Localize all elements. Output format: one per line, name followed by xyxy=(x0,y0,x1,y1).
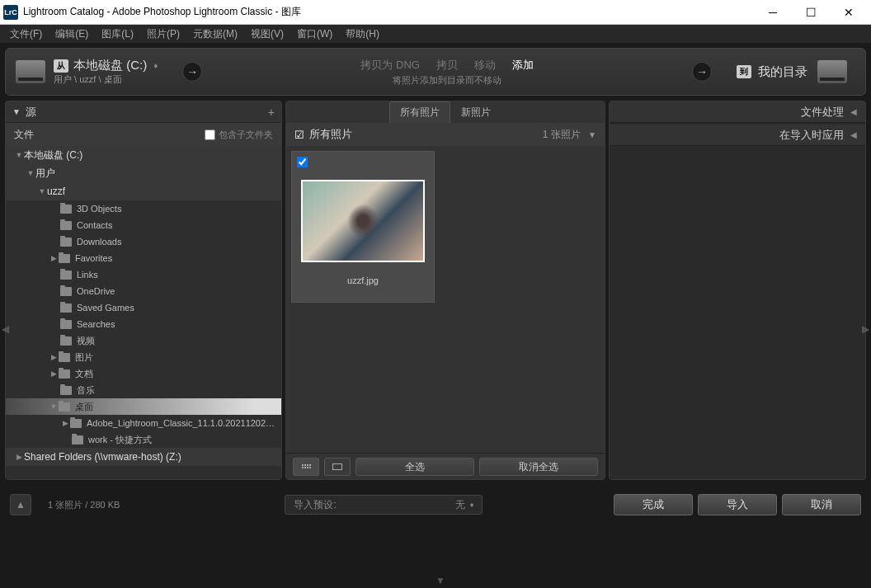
menubar: 文件(F) 编辑(E) 图库(L) 照片(P) 元数据(M) 视图(V) 窗口(… xyxy=(0,25,871,43)
chevron-down-icon: ♦ xyxy=(470,501,474,509)
thumbnail-checkbox[interactable] xyxy=(297,157,308,167)
tree-item[interactable]: Saved Games xyxy=(6,299,281,316)
tree-shared[interactable]: ▶ Shared Folders (\\vmware-host) (Z:) xyxy=(6,448,281,466)
deselect-all-button[interactable]: 取消全选 xyxy=(479,458,598,476)
from-badge: 从 xyxy=(54,59,68,73)
thumbnails-area: uzzf.jpg xyxy=(286,146,605,453)
dest-disk-icon xyxy=(817,60,847,83)
loupe-icon xyxy=(332,463,342,470)
tree-item[interactable]: 音乐 xyxy=(6,382,281,398)
tab-all-photos[interactable]: 所有照片 xyxy=(389,101,450,124)
chevron-right-icon: ▶ xyxy=(49,254,59,262)
source-panel: ▼ 源 + 文件 包含子文件夹 ▼ 本地磁盘 (C:) ▼ 用户 xyxy=(5,101,282,480)
tree-disk[interactable]: ▼ 本地磁盘 (C:) xyxy=(6,146,281,164)
tree-item[interactable]: 3D Objects xyxy=(6,200,281,217)
chevron-right-icon: ▶ xyxy=(60,419,70,427)
tree-users[interactable]: ▼ 用户 xyxy=(6,164,281,182)
folder-tree: ▼ 本地磁盘 (C:) ▼ 用户 ▼ uzzf 3D Objects Conta… xyxy=(6,146,281,479)
dest-text: 我的目录 xyxy=(758,64,807,80)
copy-tab[interactable]: 拷贝 xyxy=(436,58,458,73)
source-path: 用户 \ uzzf \ 桌面 xyxy=(54,73,158,86)
file-handling-header[interactable]: 文件处理 ◀ xyxy=(610,101,865,123)
chevron-right-icon: ▶ xyxy=(49,369,59,378)
menu-file[interactable]: 文件(F) xyxy=(3,27,49,41)
menu-metadata[interactable]: 元数据(M) xyxy=(186,27,244,41)
source-disk-name: 本地磁盘 (C:) xyxy=(73,58,147,73)
tree-item[interactable]: ▶Adobe_Lightroom_Classic_11.1.0.20211202… xyxy=(6,415,281,431)
add-tab[interactable]: 添加 xyxy=(512,58,534,73)
folder-icon xyxy=(60,320,72,329)
menu-view[interactable]: 视图(V) xyxy=(244,27,290,41)
window-title: Lightroom Catalog - Adobe Photoshop Ligh… xyxy=(23,5,754,19)
tree-user[interactable]: ▼ uzzf xyxy=(6,182,281,200)
tree-item[interactable]: 视频 xyxy=(6,332,281,349)
tree-item[interactable]: OneDrive xyxy=(6,283,281,299)
tree-item[interactable]: Links xyxy=(6,266,281,283)
right-panel: 文件处理 ◀ 在导入时应用 ◀ xyxy=(609,101,866,480)
to-badge: 到 xyxy=(737,65,751,78)
folder-icon xyxy=(60,270,72,280)
folder-icon xyxy=(60,238,72,247)
import-button[interactable]: 导入 xyxy=(698,494,777,515)
folder-icon xyxy=(60,386,72,395)
copy-as-dng-tab[interactable]: 拷贝为 DNG xyxy=(360,58,420,73)
panel-collapse-right[interactable]: ▶ xyxy=(862,323,869,335)
add-source-button[interactable]: + xyxy=(268,106,275,119)
nav-forward-right-button[interactable]: → xyxy=(692,62,712,82)
chevron-down-icon: ▼ xyxy=(12,107,21,116)
folder-icon xyxy=(59,402,70,412)
source-info[interactable]: 从 本地磁盘 (C:) ♦ 用户 \ uzzf \ 桌面 xyxy=(54,58,158,86)
nav-forward-left-button[interactable]: → xyxy=(182,62,202,82)
cancel-button[interactable]: 取消 xyxy=(782,494,861,515)
source-panel-header[interactable]: ▼ 源 + xyxy=(6,101,281,123)
chevron-left-icon: ◀ xyxy=(850,130,857,139)
include-subfolders-input[interactable] xyxy=(205,129,215,140)
import-toolbar: 从 本地磁盘 (C:) ♦ 用户 \ uzzf \ 桌面 → 拷贝为 DNG 拷… xyxy=(5,48,866,96)
menu-help[interactable]: 帮助(H) xyxy=(339,27,386,41)
folder-icon xyxy=(59,369,70,379)
import-preset-select[interactable]: 导入预设: 无 ♦ xyxy=(285,495,483,515)
select-all-button[interactable]: 全选 xyxy=(355,458,474,476)
thumbnail-filename: uzzf.jpg xyxy=(295,275,431,285)
thumbnail[interactable]: uzzf.jpg xyxy=(291,151,435,303)
tree-desktop[interactable]: ▼桌面 xyxy=(6,398,281,415)
minimize-button[interactable]: ─ xyxy=(754,0,792,25)
tree-item[interactable]: Downloads xyxy=(6,233,281,250)
loupe-view-button[interactable] xyxy=(324,458,351,476)
folder-icon xyxy=(60,221,72,230)
folder-icon xyxy=(60,336,72,346)
collapse-button[interactable]: ▲ xyxy=(10,494,31,515)
file-label: 文件 xyxy=(14,128,34,142)
panel-collapse-left[interactable]: ◀ xyxy=(2,323,9,335)
maximize-button[interactable]: ☐ xyxy=(792,0,830,25)
panel-collapse-bottom[interactable]: ▼ xyxy=(436,575,445,586)
chevron-down-icon[interactable]: ▼ xyxy=(588,130,596,139)
menu-library[interactable]: 图库(L) xyxy=(95,27,140,41)
tree-item[interactable]: ▶文档 xyxy=(6,365,281,382)
chevron-right-icon: ▶ xyxy=(14,453,24,461)
main-area: 从 本地磁盘 (C:) ♦ 用户 \ uzzf \ 桌面 → 拷贝为 DNG 拷… xyxy=(0,43,871,588)
grid-view-button[interactable] xyxy=(293,458,319,476)
menu-photo[interactable]: 照片(P) xyxy=(140,27,186,41)
preview-panel: 所有照片 新照片 ☑ 所有照片 1 张照片 ▼ uzzf.jpg xyxy=(285,101,605,480)
done-button[interactable]: 完成 xyxy=(614,494,693,515)
source-dropdown-icon[interactable]: ♦ xyxy=(153,61,158,70)
menu-window[interactable]: 窗口(W) xyxy=(290,27,339,41)
move-tab[interactable]: 移动 xyxy=(474,58,496,73)
tree-item[interactable]: Contacts xyxy=(6,217,281,233)
close-button[interactable]: ✕ xyxy=(830,0,868,25)
tab-new-photos[interactable]: 新照片 xyxy=(450,101,501,124)
file-section: 文件 包含子文件夹 xyxy=(6,123,281,146)
include-subfolders-checkbox[interactable]: 包含子文件夹 xyxy=(205,129,273,141)
apply-during-import-header[interactable]: 在导入时应用 ◀ xyxy=(610,125,865,146)
check-icon[interactable]: ☑ xyxy=(294,129,304,141)
tree-item[interactable]: ▶Favorites xyxy=(6,250,281,266)
tree-item[interactable]: work - 快捷方式 xyxy=(6,431,281,448)
tree-item[interactable]: ▶图片 xyxy=(6,349,281,365)
menu-edit[interactable]: 编辑(E) xyxy=(49,27,95,41)
chevron-left-icon: ◀ xyxy=(850,107,857,116)
copy-options: 拷贝为 DNG 拷贝 移动 添加 将照片添加到目录而不移动 xyxy=(227,58,667,87)
all-photos-label: 所有照片 xyxy=(309,127,352,142)
folder-icon xyxy=(59,254,70,263)
tree-item[interactable]: Searches xyxy=(6,316,281,332)
